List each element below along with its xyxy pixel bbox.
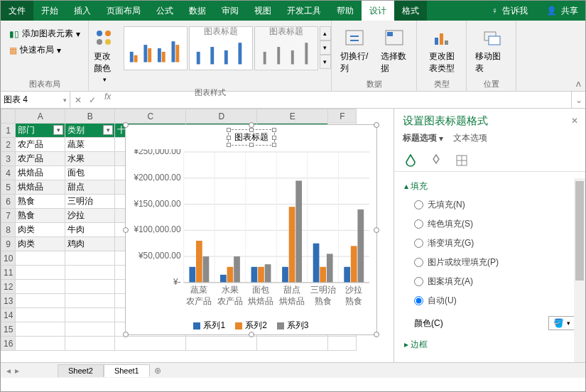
ribbon-tab-0[interactable]: 文件 xyxy=(1,1,33,21)
chart-style-2[interactable]: 图表标题 xyxy=(189,26,253,70)
chart-style-gallery[interactable]: 图表标题 图表标题 ▴ ▾ ▾ xyxy=(124,23,331,70)
sheet-nav-prev[interactable]: ◂ xyxy=(6,366,11,376)
switch-row-col-button[interactable]: 切换行/列 xyxy=(336,23,374,77)
sheet-tab[interactable]: Sheet2 xyxy=(58,364,104,377)
fx-icon[interactable]: fx xyxy=(100,92,115,108)
cell[interactable]: 面包 xyxy=(65,166,115,180)
chart-style-1[interactable] xyxy=(124,26,188,70)
row-header[interactable]: 11 xyxy=(1,266,16,280)
cell[interactable]: 烘焙品 xyxy=(16,180,65,195)
select-all-cell[interactable] xyxy=(1,109,16,124)
chart-resize-handle[interactable] xyxy=(123,227,129,233)
row-header[interactable]: 14 xyxy=(1,308,16,322)
fill-section-header[interactable]: ▴ 填充 xyxy=(404,178,575,195)
ribbon-tab-6[interactable]: 审阅 xyxy=(214,1,246,21)
pattern-fill-radio[interactable]: 图案填充(A) xyxy=(404,272,575,291)
cell[interactable]: 蔬菜 xyxy=(65,138,115,152)
cell[interactable]: 鸡肉 xyxy=(65,237,115,251)
cell[interactable]: 三明治 xyxy=(65,195,115,209)
share-button[interactable]: 共享 xyxy=(561,5,578,17)
col-header[interactable]: B xyxy=(65,109,115,124)
cell[interactable]: 农产品 xyxy=(16,152,65,166)
border-section-header[interactable]: ▸ 边框 xyxy=(404,336,575,354)
gallery-scroll-up[interactable]: ▴ xyxy=(320,26,331,40)
picture-fill-radio[interactable]: 图片或纹理填充(P) xyxy=(404,253,575,272)
chart-style-3[interactable]: 图表标题 xyxy=(254,26,318,70)
chart-resize-handle[interactable] xyxy=(123,332,129,337)
select-data-button[interactable]: 选择数据 xyxy=(376,23,412,77)
cell[interactable]: 肉类 xyxy=(16,237,65,251)
worksheet-area[interactable]: ABCDEF1部门▾类别▾十月▾十一月▾十二月▾2农产品蔬菜3农产品水果4烘焙品… xyxy=(1,109,394,362)
ribbon-tab-5[interactable]: 数据 xyxy=(181,1,214,21)
size-tab-icon[interactable] xyxy=(454,153,470,168)
row-header[interactable]: 9 xyxy=(1,237,16,251)
cell[interactable]: 熟食 xyxy=(16,195,65,209)
auto-fill-radio[interactable]: 自动(U) xyxy=(404,291,575,310)
row-header[interactable]: 3 xyxy=(1,152,16,166)
fill-line-tab-icon[interactable] xyxy=(403,153,418,168)
add-sheet-button[interactable]: ⊕ xyxy=(150,366,166,376)
ribbon-tab-4[interactable]: 公式 xyxy=(148,1,181,21)
cancel-formula-icon[interactable]: ✕ xyxy=(75,95,82,105)
cell[interactable]: 沙拉 xyxy=(65,209,115,223)
cell[interactable]: 熟食 xyxy=(16,209,65,223)
ribbon-tab-7[interactable]: 视图 xyxy=(246,1,279,21)
row-header[interactable]: 5 xyxy=(1,180,16,195)
ribbon-tab-3[interactable]: 页面布局 xyxy=(99,1,148,21)
add-chart-element-button[interactable]: ▮▯ 添加图表元素 ▾ xyxy=(8,26,82,41)
gallery-scroll-down[interactable]: ▾ xyxy=(320,40,331,55)
row-header[interactable]: 1 xyxy=(1,124,16,138)
chart-plot-area[interactable]: ¥-¥50,000.00¥100,000.00¥150,000.00¥200,0… xyxy=(133,149,372,315)
ribbon-tab-11[interactable]: 格式 xyxy=(394,1,427,21)
col-header[interactable]: F xyxy=(328,109,357,124)
table-header-cell[interactable]: 部门▾ xyxy=(16,124,65,138)
close-pane-icon[interactable]: ✕ xyxy=(571,116,578,126)
ribbon-tab-9[interactable]: 帮助 xyxy=(329,1,362,21)
col-header[interactable]: D xyxy=(186,109,257,124)
change-colors-button[interactable]: 更改颜色▾ xyxy=(89,23,121,86)
chart-title[interactable]: 图表标题 xyxy=(228,129,275,146)
formula-input[interactable] xyxy=(118,95,568,105)
filter-dropdown-icon[interactable]: ▾ xyxy=(53,125,63,135)
col-header[interactable]: C xyxy=(115,109,186,124)
ribbon-tab-8[interactable]: 开发工具 xyxy=(279,1,329,21)
cell[interactable]: 烘焙品 xyxy=(16,166,65,180)
ribbon-tab-2[interactable]: 插入 xyxy=(66,1,99,21)
gallery-expand[interactable]: ▾ xyxy=(320,55,331,69)
chart-legend[interactable]: 系列1 系列2 系列3 xyxy=(126,320,376,332)
chart-resize-handle[interactable] xyxy=(249,122,254,128)
embedded-chart[interactable]: 图表标题 ¥-¥50,000.00¥100,000.00¥150,000.00¥… xyxy=(125,124,377,335)
row-header[interactable]: 8 xyxy=(1,223,16,237)
move-chart-button[interactable]: 移动图表 xyxy=(471,23,511,77)
row-header[interactable]: 10 xyxy=(1,251,16,266)
col-header[interactable]: E xyxy=(257,109,328,124)
table-header-cell[interactable]: 类别▾ xyxy=(65,124,115,138)
tell-me[interactable]: 告诉我 xyxy=(502,5,528,17)
collapse-ribbon-button[interactable]: ᐱ xyxy=(576,80,581,88)
row-header[interactable]: 12 xyxy=(1,280,16,294)
row-header[interactable]: 4 xyxy=(1,166,16,180)
gradient-fill-radio[interactable]: 渐变填充(G) xyxy=(404,234,575,253)
row-header[interactable]: 16 xyxy=(1,337,16,351)
formula-bar-expand[interactable]: ⌄ xyxy=(571,92,585,108)
ribbon-tab-10[interactable]: 设计 xyxy=(362,1,394,21)
filter-dropdown-icon[interactable]: ▾ xyxy=(103,125,113,135)
confirm-formula-icon[interactable]: ✓ xyxy=(89,95,96,105)
color-picker-button[interactable]: 🪣▾ xyxy=(548,316,575,330)
cell[interactable]: 牛肉 xyxy=(65,223,115,237)
change-chart-type-button[interactable]: 更改图表类型 xyxy=(421,23,462,77)
row-header[interactable]: 2 xyxy=(1,138,16,152)
cell[interactable]: 甜点 xyxy=(65,180,115,195)
ribbon-tab-1[interactable]: 开始 xyxy=(33,1,66,21)
sheet-nav-next[interactable]: ▸ xyxy=(15,366,19,376)
cell[interactable]: 农产品 xyxy=(16,138,65,152)
pane-scrollbar[interactable] xyxy=(574,178,585,362)
effects-tab-icon[interactable] xyxy=(428,153,444,168)
title-options-tab[interactable]: 标题选项 ▾ xyxy=(403,132,443,144)
sheet-tab[interactable]: Sheet1 xyxy=(104,364,150,377)
row-header[interactable]: 7 xyxy=(1,209,16,223)
text-options-tab[interactable]: 文本选项 xyxy=(453,132,487,144)
name-box-input[interactable] xyxy=(4,95,53,105)
row-header[interactable]: 15 xyxy=(1,322,16,337)
chart-resize-handle[interactable] xyxy=(123,122,129,128)
